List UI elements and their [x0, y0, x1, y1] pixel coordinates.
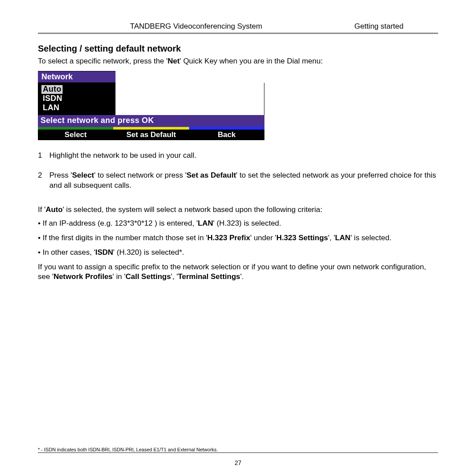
softkey-default[interactable]: Set as Default — [113, 130, 189, 140]
closing-b1: Network Profiles — [53, 272, 112, 281]
numbered-steps: 1 Highlight the network to be used in yo… — [38, 151, 438, 191]
auto-pre: If ' — [38, 205, 45, 214]
step-2-pre: Press ' — [49, 171, 72, 179]
auto-bold: Auto — [45, 205, 63, 214]
step-2-number: 2 — [38, 171, 49, 191]
intro-post: ' Quick Key when you are in the Dial men… — [180, 57, 323, 65]
step-2-b1: Select — [72, 171, 94, 179]
auto-criteria-intro: If 'Auto' is selected, the system will s… — [38, 205, 438, 215]
bullet-2-b2: H.323 Settings — [276, 234, 328, 242]
menu-title: Network — [38, 71, 115, 83]
step-1-number: 1 — [38, 151, 49, 161]
bullet-1-post: ' (H.323) is selected. — [213, 219, 281, 227]
bullet-2-mid2: ', ' — [328, 234, 335, 242]
closing-mid2: ', ' — [171, 272, 178, 281]
closing-text: If you want to assign a specific prefix … — [38, 262, 438, 283]
step-1: 1 Highlight the network to be used in yo… — [38, 151, 438, 161]
page-header: TANDBERG Videoconferencing System Gettin… — [38, 22, 438, 31]
footer-divider — [38, 452, 438, 453]
menu-prompt: Select network and press OK — [38, 115, 264, 127]
bullet-2-mid: ' under ' — [250, 234, 276, 242]
menu-body-row: Auto ISDN LAN — [38, 83, 264, 115]
intro-pre: To select a specific network, press the … — [38, 57, 167, 65]
menu-option-auto[interactable]: Auto — [41, 85, 63, 94]
bullet-2-b1: H.323 Prefix — [207, 234, 250, 242]
network-menu-screenshot: Network Auto ISDN LAN Select network and… — [38, 71, 264, 140]
step-2: 2 Press 'Select' to select network or pr… — [38, 171, 438, 191]
step-2-b2: Set as Default — [186, 171, 236, 179]
section-heading: Selecting / setting default network — [38, 44, 438, 54]
closing-b3: Terminal Settings — [178, 272, 240, 281]
bullet-2-pre: • If the first digits in the number matc… — [38, 234, 207, 242]
bullet-3-post: ' (H.320) is selected*. — [113, 248, 184, 257]
header-right-section: Getting started — [354, 22, 438, 31]
closing-b2: Call Settings — [126, 272, 171, 281]
page-number: 27 — [0, 459, 476, 466]
softkey-select[interactable]: Select — [38, 130, 113, 140]
bullet-3: • In other cases, 'ISDN' (H.320) is sele… — [38, 248, 438, 258]
menu-softkeys: Select Set as Default Back — [38, 130, 264, 140]
menu-right-blank — [115, 83, 264, 115]
closing-mid1: ' in ' — [113, 272, 126, 281]
menu-option-isdn[interactable]: ISDN — [41, 94, 63, 103]
header-center-title: TANDBERG Videoconferencing System — [38, 22, 354, 31]
menu-option-list: Auto ISDN LAN — [38, 83, 115, 115]
bullet-3-pre: • In other cases, ' — [38, 248, 95, 257]
bullet-1-pre: • If an IP-address (e.g. 123*3*0*12 ) is… — [38, 219, 198, 227]
menu-option-lan[interactable]: LAN — [41, 104, 61, 112]
softkey-back[interactable]: Back — [189, 130, 264, 140]
header-divider — [38, 33, 438, 34]
bullet-2: • If the first digits in the number matc… — [38, 233, 438, 243]
closing-post: '. — [240, 272, 244, 281]
bullet-3-b: ISDN — [95, 248, 113, 257]
page: TANDBERG Videoconferencing System Gettin… — [0, 0, 476, 476]
footnote: * - ISDN indicates both ISDN-BRI, ISDN-P… — [38, 447, 438, 452]
bullet-2-post: ' is selected. — [350, 234, 391, 242]
step-1-text: Highlight the network to be used in your… — [49, 151, 438, 161]
auto-post: ' is selected, the system will select a … — [63, 205, 322, 214]
intro-text: To select a specific network, press the … — [38, 56, 438, 67]
intro-bold: Net — [167, 57, 179, 65]
bullet-1-b: LAN — [198, 219, 213, 227]
step-2-mid: ' to select network or press ' — [94, 171, 187, 179]
step-2-text: Press 'Select' to select network or pres… — [49, 171, 438, 191]
criteria-bullets: • If an IP-address (e.g. 123*3*0*12 ) is… — [38, 219, 438, 258]
bullet-2-b3: LAN — [335, 234, 350, 242]
bullet-1: • If an IP-address (e.g. 123*3*0*12 ) is… — [38, 219, 438, 229]
